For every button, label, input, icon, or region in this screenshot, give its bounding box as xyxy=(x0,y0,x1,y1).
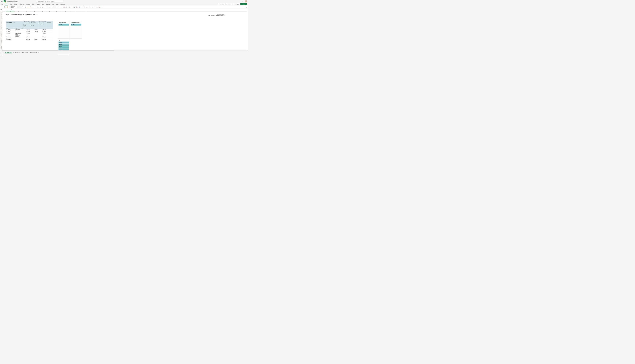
collapse-icon[interactable]: − xyxy=(7,30,7,30)
column-header-C[interactable]: C xyxy=(15,11,23,12)
sort-filter-button[interactable] xyxy=(89,6,91,8)
row-header-4[interactable]: 4 xyxy=(0,17,2,18)
row-header-22[interactable]: 22 xyxy=(0,38,2,40)
sheet-tab[interactable]: Due by Currencies xyxy=(21,52,29,53)
find-select-button[interactable] xyxy=(91,6,94,8)
sheet-tab[interactable]: VendorAgingData xyxy=(30,52,37,53)
decrease-decimal-button[interactable]: .00 xyxy=(59,6,61,8)
sheet-tab[interactable]: By period (LCY) xyxy=(5,52,12,53)
row-header-17[interactable]: 17 xyxy=(0,33,2,34)
slicer-item[interactable]: BLANK xyxy=(71,24,81,26)
collapse-icon[interactable]: − xyxy=(7,36,7,36)
row-header-21[interactable]: 21 xyxy=(0,38,2,38)
column-header-B[interactable]: B xyxy=(6,11,15,12)
slicer-department[interactable]: Department Code BLANK xyxy=(58,21,70,38)
number-format-select[interactable]: General xyxy=(46,6,54,8)
row-header-35[interactable]: 35 xyxy=(0,54,2,55)
slicer-item[interactable]: 30000 xyxy=(59,46,69,48)
spreadsheet-grid[interactable]: A B C D E F G H I J K 123456789101112131… xyxy=(0,11,248,54)
tab-home[interactable]: Home xyxy=(5,3,8,5)
column-header-G[interactable]: G xyxy=(47,11,53,12)
row-header-8[interactable]: 8 xyxy=(0,22,2,23)
row-header-7[interactable]: 7 xyxy=(0,20,2,22)
tab-share[interactable]: Share xyxy=(14,3,17,6)
formula-bar-expand-icon[interactable] xyxy=(247,10,248,10)
row-header-27[interactable]: 27 xyxy=(0,44,2,46)
increase-decimal-button[interactable]: .00 xyxy=(57,6,59,8)
row-header-10[interactable]: 10 xyxy=(0,24,2,26)
paste-button[interactable] xyxy=(4,6,6,8)
cancel-formula-icon[interactable]: ✕ xyxy=(8,9,8,10)
collapse-icon[interactable]: − xyxy=(7,31,7,32)
tab-scriptlab[interactable]: Script Lab xyxy=(60,3,65,6)
catchup-button[interactable]: Catch up xyxy=(225,3,232,5)
row-header-3[interactable]: 3 xyxy=(0,16,2,17)
column-header-I[interactable]: I xyxy=(61,11,71,12)
row-headers[interactable]: 1234567891011121314151617181920212223242… xyxy=(0,12,2,54)
row-header-13[interactable]: 13 xyxy=(0,28,2,29)
app-launcher[interactable] xyxy=(1,0,3,2)
delete-cells-button[interactable] xyxy=(76,6,79,8)
scroll-left-icon[interactable]: ◄ xyxy=(0,50,1,51)
column-header-K[interactable]: K xyxy=(81,11,92,12)
tab-review[interactable]: Review xyxy=(37,3,40,6)
all-sheets-button[interactable]: ≡ xyxy=(4,52,4,53)
filter-button[interactable] xyxy=(29,22,30,23)
more-font-button[interactable]: ··· xyxy=(33,6,35,8)
bold-button[interactable]: B xyxy=(22,6,24,8)
cell-styles-button[interactable] xyxy=(69,6,71,8)
filter-button[interactable] xyxy=(22,28,23,29)
tab-formulas[interactable]: Formulas xyxy=(26,3,30,6)
ribbon-overflow-button[interactable] xyxy=(246,7,247,8)
filter-button[interactable] xyxy=(35,22,36,23)
table-row[interactable]: −30000Graphic Design Institute-6,979.57-… xyxy=(6,33,53,35)
merge-button[interactable] xyxy=(42,6,44,8)
slicer-item[interactable]: BLANK xyxy=(59,24,69,26)
clear-button[interactable] xyxy=(86,6,88,8)
column-header-F[interactable]: F xyxy=(39,11,47,12)
tab-nav-next[interactable]: › xyxy=(2,52,3,53)
slicer-item[interactable]: 40000 xyxy=(59,48,69,50)
font-size-select[interactable]: 10 xyxy=(19,6,21,8)
tab-nav-prev[interactable]: ‹ xyxy=(1,52,1,53)
row-header-20[interactable]: 20 xyxy=(0,36,2,38)
row-header-18[interactable]: 18 xyxy=(0,34,2,35)
collapse-icon[interactable]: − xyxy=(24,25,24,26)
table-row[interactable]: −20000First Up Consultants-4,903.88-450.… xyxy=(6,30,53,33)
row-header-15[interactable]: 15 xyxy=(0,30,2,32)
row-header-29[interactable]: 29 xyxy=(0,47,2,48)
insert-cells-button[interactable]: + xyxy=(73,6,76,8)
row-header-19[interactable]: 19 xyxy=(0,35,2,36)
share-button[interactable]: Share xyxy=(240,3,247,5)
expand-icon[interactable]: + xyxy=(24,27,24,27)
table-row[interactable]: −50000Nod Publishers-17,273.87-17,273.87 xyxy=(6,38,53,39)
slicer-item[interactable]: 10000 xyxy=(59,42,69,44)
row-header-24[interactable]: 24 xyxy=(0,41,2,42)
table-design-button[interactable] xyxy=(99,6,101,8)
row-header-25[interactable]: 25 xyxy=(0,42,2,44)
autosum-button[interactable]: Σ xyxy=(83,6,85,8)
row-header-11[interactable]: 11 xyxy=(0,26,2,27)
table-row[interactable]: −10000Fabrikam, Inc.-2,071.13-1,581.21-3… xyxy=(6,29,53,30)
row-header-16[interactable]: 16 xyxy=(0,32,2,33)
editing-mode-button[interactable]: Editing xyxy=(233,3,240,5)
gear-icon[interactable] xyxy=(242,1,244,2)
tab-insert[interactable]: Insert xyxy=(10,3,12,6)
collapse-icon[interactable]: − xyxy=(24,24,24,24)
collapse-icon[interactable]: − xyxy=(7,34,7,34)
tab-view[interactable]: View xyxy=(42,3,44,6)
tab-help[interactable]: Help xyxy=(52,3,54,6)
column-headers[interactable]: A B C D E F G H I J K xyxy=(2,11,247,12)
select-all-button[interactable] xyxy=(0,11,2,12)
row-header-12[interactable]: 12 xyxy=(0,27,2,28)
row-header-26[interactable]: 26 xyxy=(0,44,2,44)
scroll-thumb[interactable] xyxy=(2,50,115,51)
row-header-14[interactable]: 14 xyxy=(0,29,2,30)
sheet-tab[interactable]: By Period (FCY) xyxy=(13,52,20,53)
copilot-button[interactable] xyxy=(101,6,103,8)
fill-color-button[interactable] xyxy=(27,6,30,8)
expand-icon[interactable]: + xyxy=(31,25,32,26)
filter-button[interactable] xyxy=(51,22,52,23)
font-family-select[interactable]: Segoe UI (Body) xyxy=(11,6,18,8)
tab-automate[interactable]: Automate xyxy=(46,3,50,6)
